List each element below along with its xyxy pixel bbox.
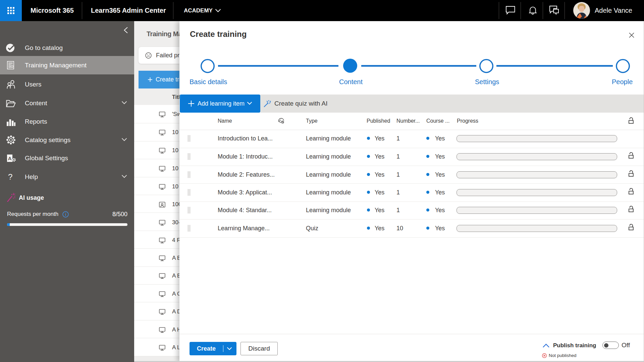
svg-text:A: A	[8, 156, 12, 161]
